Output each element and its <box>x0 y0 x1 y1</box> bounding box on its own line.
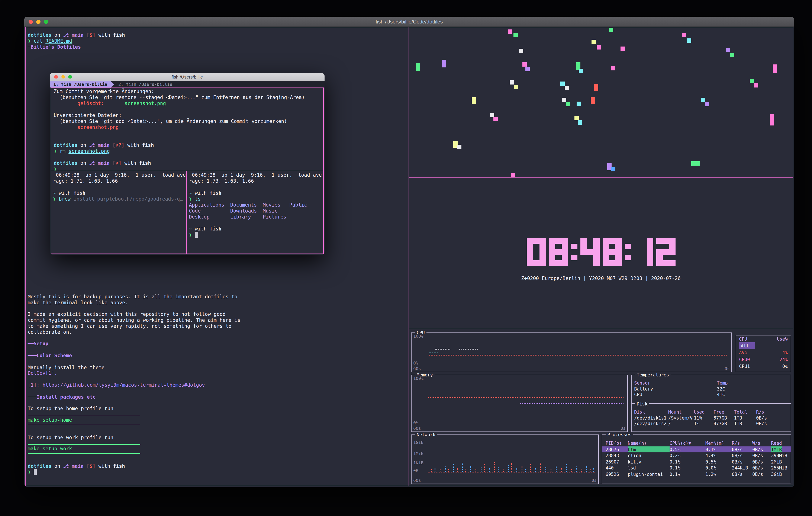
clock-colon <box>571 238 577 266</box>
right-split-pane[interactable]: 06:49:28 up 1 day 9:16, 1 user, load ave… <box>187 171 323 253</box>
pipe-block <box>508 29 512 34</box>
temperatures-panel: Temperatures SensorTempBattery32CCPU41C <box>631 375 791 404</box>
terminal-line <box>53 184 185 190</box>
network-spike <box>530 464 531 471</box>
memory-y-max: 100% <box>413 376 424 381</box>
terminal-line: 06:49:28 up 1 day 9:16, 1 user, load ave <box>189 172 322 178</box>
process-row[interactable]: 26907kitty0.1%0.5%0B/s0B/s2MiB <box>602 459 791 465</box>
pipe-block <box>514 85 518 89</box>
disk-table: DiskMountUsedFreeTotalR/s/dev/disk1s1/Sy… <box>632 409 791 427</box>
disk-panel: Disk DiskMountUsedFreeTotalR/s/dev/disk1… <box>631 404 791 432</box>
network-spike <box>525 469 526 471</box>
pipe-block <box>687 38 691 43</box>
clock-digit <box>656 238 675 266</box>
terminal-line: I made an explicit decision with this re… <box>28 312 406 318</box>
zoom-button[interactable] <box>68 75 72 79</box>
pipe-block <box>566 102 570 106</box>
process-row[interactable]: 440lsd0.1%0.0%244KiB0B/s255MiB <box>602 465 791 471</box>
pipe-block <box>754 83 758 87</box>
floating-titlebar[interactable]: fish /Users/billie <box>50 73 324 81</box>
terminal-line: Desktop Library Pictures <box>189 214 322 220</box>
pipe-block <box>726 48 730 52</box>
pipe-block <box>457 145 461 149</box>
minimize-button[interactable] <box>36 20 40 24</box>
terminal-line: (benutzen Sie "git restore --staged <Dat… <box>54 94 322 100</box>
process-row[interactable]: 28843clion0.2%4.4%0B/s0B/s398MiB <box>602 453 791 459</box>
pipe-block <box>577 102 581 106</box>
network-x-right: 0s <box>591 478 597 483</box>
close-button[interactable] <box>29 20 33 24</box>
processes-header[interactable]: PID(p)Name(n)CPU%(c)▼Mem%(m)R/sW/sRead <box>602 440 791 446</box>
pipe-block <box>519 49 523 53</box>
network-spike <box>489 468 490 471</box>
cpu-legend-row[interactable]: CPU10% <box>736 363 791 370</box>
graph-line <box>428 471 595 472</box>
markdown-code-block: make setup-home <box>28 416 140 425</box>
terminal-line: [1]: https://github.com/lysyi3m/macos-te… <box>28 382 406 388</box>
pipe-block <box>773 64 777 73</box>
tab-2[interactable]: 2: fish /Users/billie <box>114 81 177 87</box>
terminal-line <box>28 400 406 406</box>
pipes-screensaver-pane[interactable] <box>409 27 793 178</box>
tty-clock <box>409 238 793 266</box>
cpu-legend-row[interactable]: All <box>736 342 791 349</box>
terminal-line: DotGov[1]. <box>28 371 406 377</box>
network-spike <box>522 466 522 471</box>
network-spike <box>551 469 551 471</box>
network-panel-title: Network <box>415 432 437 437</box>
memory-x-right: 0s <box>620 426 626 431</box>
terminal-line: Zum Commit vorgemerkte Änderungen: <box>54 88 322 94</box>
network-spike <box>593 468 594 471</box>
network-spike <box>590 470 591 471</box>
pipe-block <box>525 67 530 71</box>
pipe-block <box>607 163 612 170</box>
terminal-line: ❯ <box>189 232 322 238</box>
tab-1[interactable]: 1: fish /Users/billie <box>50 81 114 87</box>
markdown-code-block: make setup-work <box>28 444 140 454</box>
system-monitor-pane[interactable]: CPU 100% 0% 60s 0s CPUUse%AllAVG4%CPU024… <box>409 329 793 486</box>
memory-panel: Memory 100% 0% 60s 0s <box>411 375 628 432</box>
cpu-legend-row[interactable]: AVG4% <box>736 349 791 356</box>
readme-top-lines: dotfiles on ⎇ main [$] with fish❯ cat RE… <box>28 32 406 50</box>
terminal-line: ──Setup <box>28 341 406 347</box>
pipe-block <box>597 45 601 50</box>
network-spike <box>503 468 504 471</box>
network-y-1kib: 1KiB <box>413 461 424 465</box>
clock-pane[interactable]: Z+0200 Europe/Berlin | Y2020 M07 W29 D20… <box>409 178 793 329</box>
network-spike <box>540 462 541 471</box>
network-spike <box>481 467 482 471</box>
floating-terminal-window: fish /Users/billie 1: fish /Users/billie… <box>50 73 324 255</box>
pipe-block <box>691 161 700 166</box>
close-button[interactable] <box>54 75 58 79</box>
graph-line <box>428 397 624 398</box>
processes-table: PID(p)Name(n)CPU%(c)▼Mem%(m)R/sW/sRead28… <box>602 440 791 477</box>
terminal-line: dotfiles on ⎇ main [✗?] with fish <box>54 142 322 148</box>
terminal-line <box>54 154 322 160</box>
terminal-line <box>28 347 406 353</box>
process-row[interactable]: 28676btm0.5%0.1%0B/s0B/s1MiB <box>602 446 791 453</box>
terminal-line: dotfiles on ⎇ main [$] with fish <box>28 32 406 38</box>
git-status-output[interactable]: Zum Commit vorgemerkte Änderungen: (benu… <box>54 88 322 172</box>
pipe-block <box>564 86 569 90</box>
zoom-button[interactable] <box>44 20 48 24</box>
processes-panel: Processes PID(p)Name(n)CPU%(c)▼Mem%(m)R/… <box>602 434 791 484</box>
cpu-panel: CPU 100% 0% 60s 0s <box>411 332 732 372</box>
terminal-line <box>28 388 406 395</box>
terminal-line: ───Color Scheme <box>28 353 406 359</box>
terminal-line: To setup the home profile run <box>28 406 406 412</box>
network-spike <box>498 467 498 471</box>
terminal-line: (benutzen Sie "git add <Datei>...", um d… <box>54 118 322 124</box>
pipe-block <box>510 80 514 84</box>
left-split-pane[interactable]: 06:49:28 up 1 day 9:16, 1 user, load ave… <box>51 171 187 253</box>
terminal-line: gelöscht: screenshot.png <box>54 100 322 106</box>
network-spike <box>576 467 577 471</box>
network-spike <box>475 469 476 471</box>
pipe-block <box>511 173 515 177</box>
clock-digit <box>526 238 546 266</box>
pipe-block <box>522 62 527 66</box>
main-titlebar[interactable]: fish /Users/billie/Code/dotfiles <box>24 17 794 27</box>
minimize-button[interactable] <box>61 75 65 79</box>
process-row[interactable]: 69526plugin-contai0.1%1.2%0B/s0B/s3GiB <box>602 471 791 477</box>
cpu-legend-row[interactable]: CPU024% <box>736 356 791 363</box>
clock-subtitle: Z+0200 Europe/Berlin | Y2020 M07 W29 D20… <box>409 275 793 281</box>
